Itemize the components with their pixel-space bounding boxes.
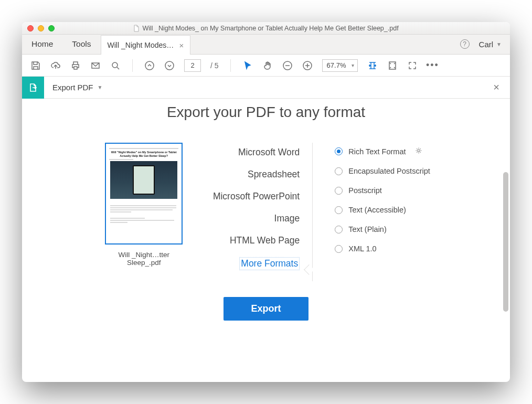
- fullscreen-icon[interactable]: [407, 60, 418, 71]
- export-bar-dropdown[interactable]: Export PDF ▼: [44, 83, 102, 92]
- chevron-down-icon: ▼: [98, 84, 103, 90]
- radio-icon: [335, 187, 343, 195]
- titlebar: Will _Night Modes_ on My Smartphone or T…: [22, 22, 510, 35]
- more-icon[interactable]: •••: [427, 60, 438, 71]
- tab-close-icon[interactable]: ×: [179, 41, 184, 50]
- option-label: Encapsulated Postscript: [348, 167, 430, 175]
- option-postscript[interactable]: Postscript: [335, 186, 430, 195]
- option-label: Text (Accessible): [348, 206, 406, 214]
- tab-tools[interactable]: Tools: [62, 34, 100, 54]
- window-minimize-button[interactable]: [38, 25, 44, 31]
- tab-document[interactable]: Will _Night Modes… ×: [101, 35, 191, 55]
- search-icon[interactable]: [110, 60, 121, 71]
- option-label: Postscript: [348, 186, 382, 195]
- zoom-select[interactable]: 67.7%: [322, 59, 358, 72]
- export-bar: Export PDF ▼ ×: [22, 77, 510, 99]
- page-up-icon[interactable]: [144, 60, 155, 71]
- option-encapsulated-postscript[interactable]: Encapsulated Postscript: [335, 167, 430, 175]
- user-menu[interactable]: Carl ▼: [479, 40, 502, 49]
- svg-point-7: [417, 150, 419, 152]
- fit-page-icon[interactable]: [387, 60, 398, 71]
- scrollbar-thumb[interactable]: [503, 172, 508, 312]
- user-name: Carl: [479, 40, 494, 49]
- zoom-value: 67.7%: [327, 61, 346, 69]
- radio-icon: [335, 245, 343, 253]
- vertical-scrollbar[interactable]: [503, 172, 508, 371]
- format-options: Rich Text Format Encapsulated Postscript…: [329, 143, 430, 281]
- panel-heading: Export your PDF to any format: [22, 104, 510, 121]
- pointer-icon[interactable]: [242, 60, 253, 71]
- print-icon[interactable]: [70, 60, 81, 71]
- help-icon[interactable]: ?: [460, 39, 470, 49]
- window-title: Will _Night Modes_ on My Smartphone or T…: [22, 25, 510, 32]
- thumbnail-column: Will "Night Modes" on My Smartphone or T…: [102, 143, 186, 281]
- window-zoom-button[interactable]: [48, 25, 55, 31]
- category-image[interactable]: Image: [203, 213, 300, 224]
- mail-icon[interactable]: [90, 60, 101, 71]
- document-thumbnail[interactable]: Will "Night Modes" on My Smartphone or T…: [105, 143, 183, 244]
- close-panel-icon[interactable]: ×: [493, 81, 510, 93]
- category-html-web-page[interactable]: HTML Web Page: [203, 235, 300, 246]
- fit-width-icon[interactable]: [367, 60, 378, 71]
- option-label: Text (Plain): [348, 225, 387, 233]
- app-window: Will _Night Modes_ on My Smartphone or T…: [22, 22, 510, 382]
- page-down-icon[interactable]: [164, 60, 175, 71]
- tab-home[interactable]: Home: [22, 34, 62, 54]
- option-rich-text-format[interactable]: Rich Text Format: [335, 147, 430, 156]
- hand-icon[interactable]: [262, 60, 273, 71]
- zoom-out-icon[interactable]: [282, 60, 293, 71]
- cloud-upload-icon[interactable]: [50, 60, 61, 71]
- toolbar: / 5 67.7% •••: [22, 55, 510, 77]
- option-text-plain[interactable]: Text (Plain): [335, 225, 430, 233]
- zoom-in-icon[interactable]: [302, 60, 313, 71]
- svg-point-2: [145, 61, 154, 70]
- radio-icon: [335, 147, 343, 155]
- window-close-button[interactable]: [27, 25, 34, 31]
- radio-icon: [335, 206, 343, 214]
- save-icon[interactable]: [30, 60, 41, 71]
- export-bar-label: Export PDF: [52, 83, 93, 92]
- radio-icon: [335, 226, 343, 233]
- thumb-article-title: Will "Night Modes" on My Smartphone or T…: [110, 151, 177, 157]
- page-number-input[interactable]: [184, 59, 201, 72]
- thumbnail-caption: Will _Night…tter Sleep_.pdf: [102, 251, 186, 267]
- export-tool-icon[interactable]: [22, 77, 44, 99]
- pdf-file-icon: [133, 25, 140, 32]
- option-label: Rich Text Format: [348, 147, 406, 156]
- option-label: XML 1.0: [348, 244, 376, 253]
- traffic-lights: [27, 25, 55, 31]
- category-spreadsheet[interactable]: Spreadsheet: [203, 169, 300, 180]
- page-total: / 5: [210, 61, 219, 70]
- svg-point-3: [165, 61, 174, 70]
- gear-icon[interactable]: [415, 147, 422, 156]
- option-xml[interactable]: XML 1.0: [335, 244, 430, 253]
- category-microsoft-word[interactable]: Microsoft Word: [203, 147, 300, 158]
- tab-document-label: Will _Night Modes…: [108, 41, 174, 49]
- category-more-formats[interactable]: More Formats: [239, 257, 300, 270]
- radio-icon: [335, 167, 343, 175]
- svg-point-1: [112, 62, 118, 68]
- primary-tabs: Home Tools Will _Night Modes… × ? Carl ▼: [22, 35, 510, 55]
- chevron-down-icon: ▼: [496, 41, 502, 47]
- export-button[interactable]: Export: [224, 297, 308, 321]
- export-panel: Export your PDF to any format Will "Nigh…: [22, 99, 510, 382]
- option-text-accessible[interactable]: Text (Accessible): [335, 206, 430, 214]
- category-microsoft-powerpoint[interactable]: Microsoft PowerPoint: [203, 191, 300, 202]
- category-list: Microsoft Word Spreadsheet Microsoft Pow…: [203, 143, 313, 281]
